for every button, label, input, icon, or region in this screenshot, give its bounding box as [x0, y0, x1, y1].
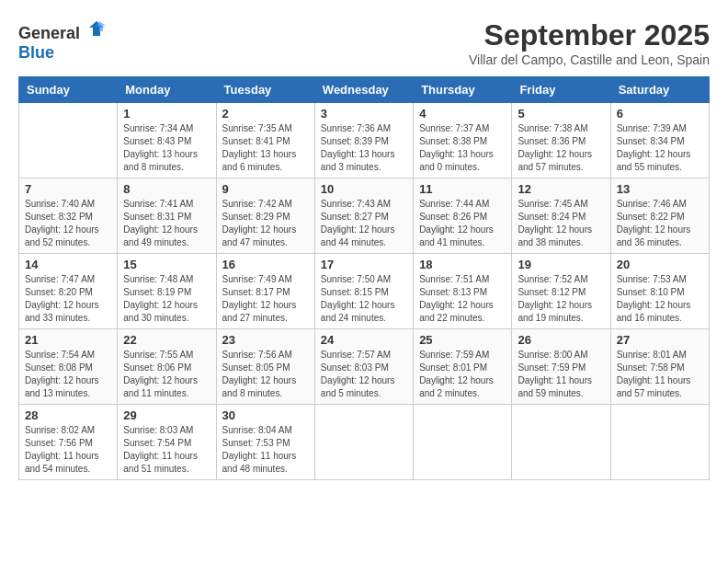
calendar-cell: 26Sunrise: 8:00 AMSunset: 7:59 PMDayligh… [512, 329, 610, 405]
calendar-cell: 18Sunrise: 7:51 AMSunset: 8:13 PMDayligh… [414, 254, 512, 329]
calendar-cell [314, 405, 413, 480]
day-number: 17 [321, 258, 407, 271]
day-number: 22 [123, 333, 210, 347]
calendar-cell: 22Sunrise: 7:55 AMSunset: 8:06 PMDayligh… [118, 329, 216, 405]
day-number: 29 [123, 408, 210, 422]
day-number: 13 [617, 182, 703, 196]
day-number: 5 [518, 107, 604, 121]
calendar-week-4: 21Sunrise: 7:54 AMSunset: 8:08 PMDayligh… [19, 329, 710, 405]
calendar-cell: 25Sunrise: 7:59 AMSunset: 8:01 PMDayligh… [414, 329, 512, 405]
day-number: 11 [419, 182, 506, 196]
calendar-cell: 2Sunrise: 7:35 AMSunset: 8:41 PMDaylight… [216, 103, 314, 178]
day-info: Sunrise: 7:45 AMSunset: 8:24 PMDaylight:… [518, 198, 604, 249]
day-number: 28 [25, 408, 111, 422]
weekday-header-tuesday: Tuesday [216, 77, 314, 103]
calendar-cell: 20Sunrise: 7:53 AMSunset: 8:10 PMDayligh… [610, 254, 709, 329]
day-number: 27 [617, 333, 703, 347]
day-number: 18 [419, 258, 506, 271]
day-info: Sunrise: 7:44 AMSunset: 8:26 PMDaylight:… [419, 198, 506, 249]
calendar-cell: 10Sunrise: 7:43 AMSunset: 8:27 PMDayligh… [314, 178, 413, 254]
calendar-cell: 11Sunrise: 7:44 AMSunset: 8:26 PMDayligh… [414, 178, 512, 254]
day-number: 8 [123, 182, 210, 196]
calendar-cell: 15Sunrise: 7:48 AMSunset: 8:19 PMDayligh… [118, 254, 216, 329]
calendar-cell: 6Sunrise: 7:39 AMSunset: 8:34 PMDaylight… [610, 103, 709, 178]
day-number: 4 [419, 107, 506, 121]
day-number: 1 [123, 107, 210, 121]
calendar-cell: 16Sunrise: 7:49 AMSunset: 8:17 PMDayligh… [216, 254, 314, 329]
calendar-week-3: 14Sunrise: 7:47 AMSunset: 8:20 PMDayligh… [19, 254, 710, 329]
calendar-cell: 27Sunrise: 8:01 AMSunset: 7:58 PMDayligh… [610, 329, 709, 405]
day-info: Sunrise: 7:59 AMSunset: 8:01 PMDaylight:… [419, 349, 506, 400]
day-number: 23 [222, 333, 309, 347]
day-number: 14 [25, 258, 111, 271]
day-info: Sunrise: 7:39 AMSunset: 8:34 PMDaylight:… [617, 122, 703, 174]
calendar-cell: 19Sunrise: 7:52 AMSunset: 8:12 PMDayligh… [512, 254, 610, 329]
day-info: Sunrise: 7:48 AMSunset: 8:19 PMDaylight:… [123, 273, 210, 325]
day-info: Sunrise: 7:49 AMSunset: 8:17 PMDaylight:… [222, 273, 309, 325]
day-number: 19 [518, 258, 604, 271]
calendar-cell: 3Sunrise: 7:36 AMSunset: 8:39 PMDaylight… [314, 103, 413, 178]
weekday-header-friday: Friday [512, 77, 610, 103]
day-info: Sunrise: 8:00 AMSunset: 7:59 PMDaylight:… [518, 349, 604, 400]
day-info: Sunrise: 7:54 AMSunset: 8:08 PMDaylight:… [25, 349, 111, 400]
weekday-header-row: SundayMondayTuesdayWednesdayThursdayFrid… [19, 77, 710, 103]
calendar-cell: 21Sunrise: 7:54 AMSunset: 8:08 PMDayligh… [19, 329, 118, 405]
calendar-cell: 23Sunrise: 7:56 AMSunset: 8:05 PMDayligh… [216, 329, 314, 405]
calendar-week-1: 1Sunrise: 7:34 AMSunset: 8:43 PMDaylight… [19, 103, 710, 178]
day-info: Sunrise: 7:37 AMSunset: 8:38 PMDaylight:… [419, 122, 506, 174]
calendar-cell: 5Sunrise: 7:38 AMSunset: 8:36 PMDaylight… [512, 103, 610, 178]
day-info: Sunrise: 7:57 AMSunset: 8:03 PMDaylight:… [321, 349, 407, 400]
calendar-cell [610, 405, 709, 480]
day-info: Sunrise: 7:36 AMSunset: 8:39 PMDaylight:… [321, 122, 407, 174]
day-number: 10 [321, 182, 407, 196]
calendar-cell [19, 103, 118, 178]
month-title: September 2025 [469, 18, 710, 52]
calendar-week-5: 28Sunrise: 8:02 AMSunset: 7:56 PMDayligh… [19, 405, 710, 480]
calendar-cell: 9Sunrise: 7:42 AMSunset: 8:29 PMDaylight… [216, 178, 314, 254]
logo-text: General Blue [18, 18, 107, 63]
title-block: September 2025 Villar del Campo, Castill… [469, 18, 710, 67]
day-info: Sunrise: 7:46 AMSunset: 8:22 PMDaylight:… [617, 198, 703, 249]
day-number: 20 [617, 258, 703, 271]
calendar-cell [414, 405, 512, 480]
location-subtitle: Villar del Campo, Castille and Leon, Spa… [469, 52, 710, 67]
weekday-header-thursday: Thursday [414, 77, 512, 103]
calendar-cell: 14Sunrise: 7:47 AMSunset: 8:20 PMDayligh… [19, 254, 118, 329]
day-info: Sunrise: 7:51 AMSunset: 8:13 PMDaylight:… [419, 273, 506, 325]
day-number: 21 [25, 333, 111, 347]
day-info: Sunrise: 7:52 AMSunset: 8:12 PMDaylight:… [518, 273, 604, 325]
day-number: 7 [25, 182, 111, 196]
calendar-table: SundayMondayTuesdayWednesdayThursdayFrid… [18, 76, 710, 480]
day-number: 3 [321, 107, 407, 121]
day-info: Sunrise: 7:43 AMSunset: 8:27 PMDaylight:… [321, 198, 407, 249]
day-number: 2 [222, 107, 309, 121]
day-number: 25 [419, 333, 506, 347]
day-info: Sunrise: 7:55 AMSunset: 8:06 PMDaylight:… [123, 349, 210, 400]
logo: General Blue [18, 18, 107, 63]
calendar-cell: 30Sunrise: 8:04 AMSunset: 7:53 PMDayligh… [216, 405, 314, 480]
day-info: Sunrise: 7:40 AMSunset: 8:32 PMDaylight:… [25, 198, 111, 249]
day-info: Sunrise: 7:56 AMSunset: 8:05 PMDaylight:… [222, 349, 309, 400]
calendar-cell: 4Sunrise: 7:37 AMSunset: 8:38 PMDaylight… [414, 103, 512, 178]
day-info: Sunrise: 7:47 AMSunset: 8:20 PMDaylight:… [25, 273, 111, 325]
day-number: 12 [518, 182, 604, 196]
weekday-header-monday: Monday [118, 77, 216, 103]
day-info: Sunrise: 7:34 AMSunset: 8:43 PMDaylight:… [123, 122, 210, 174]
day-info: Sunrise: 7:50 AMSunset: 8:15 PMDaylight:… [321, 273, 407, 325]
calendar-cell [512, 405, 610, 480]
calendar-week-2: 7Sunrise: 7:40 AMSunset: 8:32 PMDaylight… [19, 178, 710, 254]
logo-general: General [18, 24, 80, 42]
weekday-header-saturday: Saturday [610, 77, 709, 103]
day-info: Sunrise: 8:04 AMSunset: 7:53 PMDaylight:… [222, 424, 309, 476]
day-number: 6 [617, 107, 703, 121]
day-info: Sunrise: 7:53 AMSunset: 8:10 PMDaylight:… [617, 273, 703, 325]
calendar-cell: 29Sunrise: 8:03 AMSunset: 7:54 PMDayligh… [118, 405, 216, 480]
page-header: General Blue September 2025 Villar del C… [18, 18, 710, 67]
calendar-cell: 17Sunrise: 7:50 AMSunset: 8:15 PMDayligh… [314, 254, 413, 329]
day-info: Sunrise: 8:01 AMSunset: 7:58 PMDaylight:… [617, 349, 703, 400]
calendar-cell: 1Sunrise: 7:34 AMSunset: 8:43 PMDaylight… [118, 103, 216, 178]
day-number: 24 [321, 333, 407, 347]
day-number: 15 [123, 258, 210, 271]
day-info: Sunrise: 7:41 AMSunset: 8:31 PMDaylight:… [123, 198, 210, 249]
calendar-cell: 7Sunrise: 7:40 AMSunset: 8:32 PMDaylight… [19, 178, 118, 254]
